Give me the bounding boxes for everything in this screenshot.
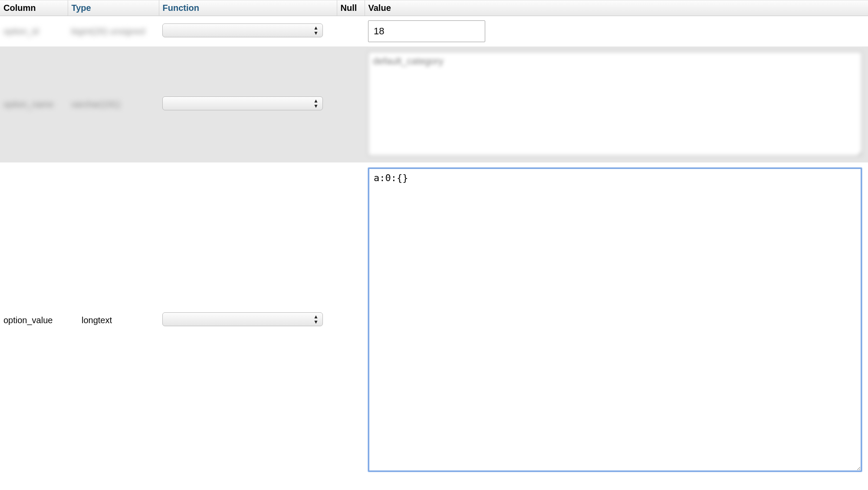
column-type: longtext — [82, 315, 112, 325]
header-type[interactable]: Type — [68, 0, 159, 16]
function-select[interactable] — [162, 96, 323, 110]
column-name: option_id — [3, 26, 39, 36]
null-cell — [337, 46, 365, 162]
header-null: Null — [337, 0, 365, 16]
null-cell — [337, 162, 365, 478]
table-header-row: Column Type Function Null Value — [0, 0, 868, 16]
header-column: Column — [0, 0, 68, 16]
column-name: option_name — [3, 99, 54, 109]
chevron-updown-icon — [313, 314, 318, 324]
function-select[interactable] — [162, 23, 323, 37]
value-textarea-focused[interactable] — [368, 168, 862, 472]
value-input[interactable] — [368, 20, 485, 42]
edit-row-table: Column Type Function Null Value option_i… — [0, 0, 868, 478]
table-row: option_name varchar(191) — [0, 46, 868, 162]
chevron-updown-icon — [313, 25, 318, 36]
header-value: Value — [365, 0, 868, 16]
null-cell — [337, 16, 365, 47]
column-name: option_value — [3, 315, 53, 325]
header-function[interactable]: Function — [159, 0, 337, 16]
table-row: option_value longtext — [0, 162, 868, 478]
chevron-updown-icon — [313, 98, 318, 109]
value-textarea[interactable] — [368, 52, 862, 156]
table-row: option_id bigint(20) unsigned — [0, 16, 868, 47]
function-select[interactable] — [162, 312, 323, 326]
column-type: varchar(191) — [71, 99, 120, 109]
column-type: bigint(20) unsigned — [71, 26, 145, 36]
